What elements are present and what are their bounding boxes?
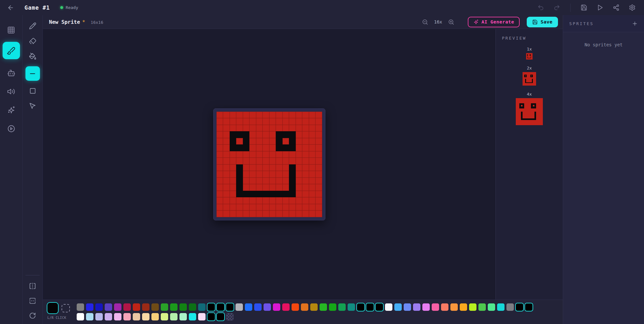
pixel-cell[interactable] [216, 171, 223, 178]
pixel-cell[interactable] [289, 144, 296, 151]
pixel-cell[interactable] [302, 204, 309, 211]
palette-swatch[interactable] [95, 313, 103, 320]
pixel-cell[interactable] [263, 171, 269, 178]
pixel-cell[interactable] [249, 144, 256, 151]
pixel-cell[interactable] [230, 171, 236, 178]
pixel-cell[interactable] [296, 138, 303, 145]
pixel-cell[interactable] [249, 184, 256, 191]
pixel-cell[interactable] [216, 131, 223, 138]
palette-swatch[interactable] [226, 303, 234, 311]
pixel-cell[interactable] [276, 112, 283, 118]
pixel-cell[interactable] [223, 144, 230, 151]
pixel-cell[interactable] [249, 191, 256, 198]
run-game-button[interactable] [596, 4, 604, 12]
pixel-cell[interactable] [223, 171, 230, 178]
pixel-cell[interactable] [309, 171, 316, 178]
pixel-cell[interactable] [302, 158, 309, 164]
pixel-cell[interactable] [276, 151, 283, 158]
pixel-cell[interactable] [243, 210, 250, 217]
pixel-cell[interactable] [309, 178, 316, 184]
pixel-cell[interactable] [243, 144, 250, 151]
pixel-cell[interactable] [309, 144, 316, 151]
pixel-cell[interactable] [236, 171, 243, 178]
save-project-button[interactable] [580, 4, 588, 12]
palette-swatch[interactable] [264, 303, 271, 311]
pixel-cell[interactable] [236, 131, 243, 138]
pixel-cell[interactable] [302, 178, 309, 184]
zoom-out-button[interactable] [421, 18, 429, 26]
pixel-cell[interactable] [256, 197, 263, 204]
pixel-cell[interactable] [276, 178, 283, 184]
pixel-cell[interactable] [263, 151, 269, 158]
pixel-cell[interactable] [236, 184, 243, 191]
pixel-cell[interactable] [296, 178, 303, 184]
add-sprite-button[interactable] [631, 20, 639, 27]
pixel-cell[interactable] [289, 204, 296, 211]
palette-swatch[interactable] [151, 303, 159, 311]
palette-swatch[interactable] [273, 303, 280, 311]
pixel-cell[interactable] [243, 191, 250, 198]
pixel-cell[interactable] [263, 178, 269, 184]
palette-swatch[interactable] [207, 303, 215, 311]
pixel-cell[interactable] [223, 112, 230, 118]
pixel-cell[interactable] [236, 191, 243, 198]
pixel-cell[interactable] [289, 138, 296, 145]
palette-swatch[interactable] [245, 303, 252, 311]
pixel-cell[interactable] [283, 178, 289, 184]
palette-swatch[interactable] [105, 303, 112, 311]
pixel-cell[interactable] [309, 151, 316, 158]
pixel-cell[interactable] [230, 138, 236, 145]
pixel-cell[interactable] [296, 151, 303, 158]
palette-swatch[interactable] [86, 303, 93, 311]
pixel-cell[interactable] [269, 151, 276, 158]
palette-swatch[interactable] [385, 303, 392, 311]
pixel-cell[interactable] [269, 118, 276, 125]
palette-swatch[interactable] [320, 303, 327, 311]
palette-swatch[interactable] [133, 313, 140, 320]
pixel-cell[interactable] [256, 138, 263, 145]
pixel-cell[interactable] [256, 164, 263, 171]
pixel-cell[interactable] [289, 184, 296, 191]
pixel-cell[interactable] [289, 151, 296, 158]
pixel-cell[interactable] [236, 125, 243, 132]
pixel-cell[interactable] [243, 131, 250, 138]
ai-generate-button[interactable]: AI Generate [468, 17, 520, 27]
pixel-cell[interactable] [283, 125, 289, 132]
palette-swatch[interactable] [198, 303, 206, 311]
nav-item-sprite-editor[interactable] [3, 42, 20, 59]
pixel-cell[interactable] [223, 125, 230, 132]
pixel-cell[interactable] [283, 171, 289, 178]
pixel-cell[interactable] [263, 210, 269, 217]
pixel-cell[interactable] [263, 191, 269, 198]
pixel-cell[interactable] [249, 138, 256, 145]
pixel-cell[interactable] [276, 171, 283, 178]
tool-fill[interactable] [29, 52, 36, 60]
palette-swatch[interactable] [161, 303, 168, 311]
pixel-cell[interactable] [236, 197, 243, 204]
pixel-cell[interactable] [216, 164, 223, 171]
pixel-cell[interactable] [223, 164, 230, 171]
pixel-cell[interactable] [230, 184, 236, 191]
pixel-cell[interactable] [283, 131, 289, 138]
pixel-cell[interactable] [289, 178, 296, 184]
redo-button[interactable] [553, 4, 561, 12]
pixel-cell[interactable] [276, 138, 283, 145]
pixel-cell[interactable] [230, 125, 236, 132]
pixel-cell[interactable] [236, 151, 243, 158]
palette-swatch[interactable] [432, 303, 439, 311]
pixel-cell[interactable] [276, 118, 283, 125]
pixel-cell[interactable] [309, 204, 316, 211]
pixel-cell[interactable] [276, 197, 283, 204]
pixel-cell[interactable] [249, 118, 256, 125]
pixel-cell[interactable] [256, 151, 263, 158]
palette-swatch[interactable] [469, 303, 476, 311]
save-sprite-button[interactable]: Save [527, 17, 558, 27]
pixel-cell[interactable] [243, 118, 250, 125]
pixel-cell[interactable] [296, 125, 303, 132]
pixel-cell[interactable] [243, 138, 250, 145]
palette-swatch[interactable] [516, 303, 523, 311]
pixel-cell[interactable] [230, 178, 236, 184]
pixel-cell[interactable] [256, 125, 263, 132]
pixel-cell[interactable] [230, 204, 236, 211]
pixel-cell[interactable] [309, 191, 316, 198]
